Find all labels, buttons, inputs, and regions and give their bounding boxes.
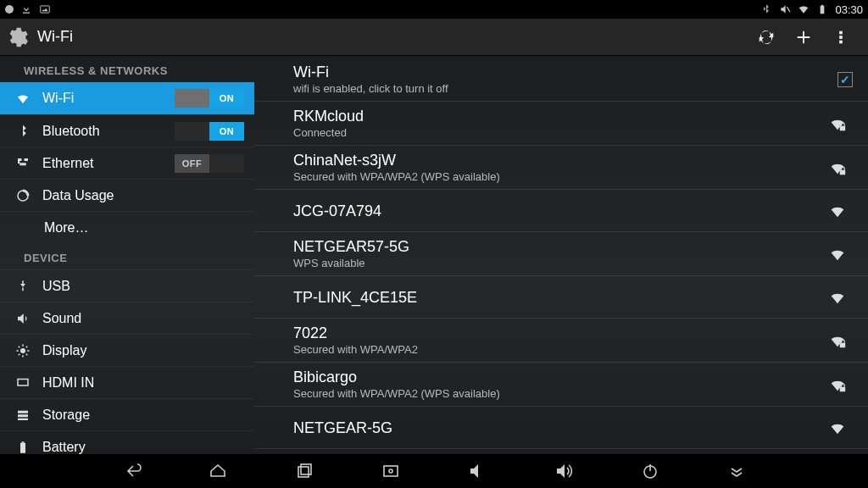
svg-rect-22 <box>20 442 25 452</box>
svg-line-1 <box>787 7 791 12</box>
ethernet-icon <box>12 156 34 171</box>
power-button[interactable] <box>633 454 667 488</box>
screenshot-button[interactable] <box>374 454 408 488</box>
svg-rect-23 <box>22 441 25 443</box>
sidebar-item-label: Sound <box>42 311 244 326</box>
svg-rect-3 <box>821 5 823 6</box>
sidebar-item-label: Display <box>42 343 244 358</box>
volume-up-button[interactable] <box>547 454 581 488</box>
svg-rect-24 <box>840 125 845 130</box>
wifi-master-title: Wi-Fi <box>293 63 837 81</box>
refresh-wps-button[interactable] <box>748 19 785 56</box>
svg-rect-27 <box>840 386 845 391</box>
collapse-button[interactable] <box>720 454 754 488</box>
wifi-status-text: Connected <box>293 126 822 140</box>
page-title: Wi-Fi <box>37 28 73 46</box>
wifi-network-row[interactable]: BibicargoSecured with WPA/WPA2 (WPS avai… <box>254 363 868 407</box>
action-bar: Wi-Fi <box>0 19 868 56</box>
svg-point-9 <box>20 348 25 353</box>
display-icon <box>12 343 34 358</box>
wifi-ssid: TP-LINK_4CE15E <box>293 288 822 307</box>
svg-rect-7 <box>839 40 843 43</box>
svg-rect-0 <box>41 6 50 13</box>
sidebar-item-wifi[interactable]: Wi-Fi ON <box>0 82 254 114</box>
clock: 03:30 <box>835 3 863 16</box>
wifi-status-text: Secured with WPA/WPA2 (WPS available) <box>293 387 822 401</box>
wifi-network-row[interactable]: 7022Secured with WPA/WPA2 <box>254 319 868 363</box>
wifi-signal-icon <box>822 375 853 394</box>
settings-sidebar: WIRELESS & NETWORKS Wi-Fi ON Bluetooth O… <box>0 56 254 454</box>
data-usage-icon <box>12 188 34 203</box>
section-header-wireless: WIRELESS & NETWORKS <box>0 56 254 82</box>
home-button[interactable] <box>201 454 235 488</box>
wifi-network-row[interactable]: NETGEAR57-5GWPS available <box>254 232 868 276</box>
sidebar-item-more[interactable]: More… <box>0 211 254 243</box>
svg-rect-28 <box>298 467 309 477</box>
sidebar-item-storage[interactable]: Storage <box>0 398 254 430</box>
section-header-device: DEVICE <box>0 243 254 269</box>
wifi-network-list: Wi-Fi wifi is enabled, click to turn it … <box>254 56 868 454</box>
wifi-status-text: Secured with WPA/WPA2 <box>293 343 822 357</box>
wifi-ssid: RKMcloud <box>293 107 822 125</box>
picture-icon <box>39 3 51 15</box>
sidebar-item-bluetooth[interactable]: Bluetooth ON <box>0 114 254 147</box>
wifi-ssid: Bibicargo <box>293 368 822 386</box>
svg-rect-21 <box>18 418 28 419</box>
wifi-network-row[interactable]: RKMcloudConnected <box>254 102 868 146</box>
wifi-signal-icon <box>822 331 853 350</box>
wifi-network-row[interactable]: JCG-07A794 <box>254 190 868 232</box>
back-button[interactable] <box>114 454 148 488</box>
sidebar-item-label: Battery <box>42 440 244 455</box>
wifi-toggle[interactable]: ON <box>175 89 244 108</box>
system-nav-bar <box>0 454 868 488</box>
svg-point-31 <box>389 469 392 473</box>
sidebar-item-label: Data Usage <box>42 188 244 203</box>
wifi-master-toggle-row[interactable]: Wi-Fi wifi is enabled, click to turn it … <box>254 58 868 102</box>
usb-icon <box>12 279 34 294</box>
overflow-menu-button[interactable] <box>822 19 860 56</box>
wifi-network-row[interactable]: ChinaNet-s3jWSecured with WPA/WPA2 (WPS … <box>254 146 868 190</box>
sidebar-item-display[interactable]: Display <box>0 334 254 366</box>
wifi-status-text: Secured with WPA/WPA2 (WPS available) <box>293 170 822 184</box>
sidebar-item-label: Ethernet <box>42 156 175 171</box>
recent-apps-button[interactable] <box>287 454 321 488</box>
bluetooth-status-icon <box>760 3 772 15</box>
battery-status-icon <box>816 3 828 15</box>
sidebar-item-label: HDMI IN <box>42 375 244 391</box>
wifi-signal-icon <box>822 288 853 307</box>
svg-line-15 <box>26 353 28 355</box>
add-network-button[interactable] <box>785 19 822 56</box>
wifi-master-checkbox[interactable] <box>837 72 853 87</box>
sidebar-item-ethernet[interactable]: Ethernet OFF <box>0 147 254 179</box>
bluetooth-toggle[interactable]: ON <box>175 122 244 141</box>
ethernet-toggle[interactable]: OFF <box>175 154 244 173</box>
svg-rect-5 <box>839 30 843 34</box>
battery-icon <box>12 440 34 455</box>
hdmi-icon <box>12 375 34 391</box>
svg-line-14 <box>19 346 20 347</box>
volume-down-button[interactable] <box>460 454 494 488</box>
svg-rect-25 <box>840 169 845 175</box>
sidebar-item-sound[interactable]: Sound <box>0 302 254 334</box>
sidebar-item-data-usage[interactable]: Data Usage <box>0 179 254 211</box>
settings-app-icon <box>5 25 31 50</box>
wifi-signal-icon <box>822 202 853 220</box>
sidebar-item-usb[interactable]: USB <box>0 269 254 302</box>
wifi-ssid: ChinaNet-s3jW <box>293 151 822 169</box>
mute-icon <box>779 3 791 15</box>
svg-rect-6 <box>839 36 843 39</box>
svg-rect-2 <box>821 6 825 14</box>
wifi-ssid: JCG-07A794 <box>293 202 822 220</box>
wifi-signal-icon <box>822 419 853 437</box>
sidebar-item-battery[interactable]: Battery <box>0 430 254 454</box>
svg-line-16 <box>19 353 20 355</box>
svg-rect-30 <box>384 466 398 476</box>
wifi-network-row[interactable]: TP-LINK_4CE15E <box>254 276 868 319</box>
status-bar: 03:30 <box>0 0 868 19</box>
wifi-network-row[interactable]: NETGEAR-5G <box>254 407 868 449</box>
sidebar-item-hdmi[interactable]: HDMI IN <box>0 366 254 398</box>
wifi-signal-icon <box>822 158 853 177</box>
wifi-signal-icon <box>822 114 853 133</box>
sidebar-item-label: USB <box>42 279 244 294</box>
sidebar-item-label: Wi-Fi <box>42 91 175 106</box>
